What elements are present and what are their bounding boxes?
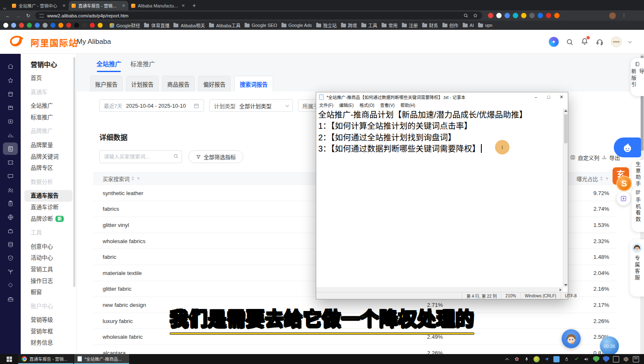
chat-widget-avatar[interactable]	[562, 329, 581, 348]
maximize-button[interactable]: □	[542, 92, 555, 101]
bookmark-item[interactable]: 创作	[442, 22, 459, 29]
bookmark-item[interactable]: Google SEO	[245, 23, 277, 28]
rail-clipboard-icon[interactable]	[0, 198, 21, 209]
promo-tab[interactable]: 标准推广	[130, 59, 155, 72]
bookmark-item[interactable]: 独立站	[316, 22, 337, 29]
input-search-icon[interactable]	[173, 153, 179, 159]
notifications-bell-icon[interactable]	[581, 37, 589, 47]
bookmark-favicon-icon[interactable]	[82, 23, 87, 28]
account-chevron-icon[interactable]	[628, 39, 632, 43]
browser-tab[interactable]: 全站推广 - 营销中心✕	[9, 1, 69, 10]
tray-defender-icon[interactable]	[593, 356, 599, 362]
bookmark-favicon-icon[interactable]	[11, 23, 16, 28]
bookmark-item[interactable]: Google Ads	[281, 23, 312, 28]
rail-sparkle-icon[interactable]	[0, 279, 21, 291]
rail-briefcase-icon[interactable]	[0, 293, 21, 305]
notepad-menu-item[interactable]: 文件(F)	[316, 102, 336, 108]
profile-avatar[interactable]	[609, 12, 616, 19]
rail-store-icon[interactable]	[0, 88, 21, 100]
rail-contac ts-icon[interactable]	[0, 184, 21, 196]
bookmark-item[interactable]: 工具	[361, 22, 377, 29]
notepad-titlebar[interactable]: *全站推广-推商品【如何通过数据判断哪些关键词需要降权】.txt - 记事本 –…	[316, 92, 568, 101]
bookmark-favicon-icon[interactable]	[19, 23, 24, 28]
sidebar-item[interactable]: 创意中心	[21, 241, 76, 253]
bookmark-star-icon[interactable]	[473, 13, 478, 18]
notepad-window[interactable]: *全站推广-推商品【如何通过数据判断哪些关键词需要降权】.txt - 记事本 –…	[316, 92, 568, 299]
new-tab-button[interactable]: +	[192, 2, 196, 9]
url-text[interactable]: www2.alibaba.com/ads/p4p/report.htm	[47, 13, 460, 18]
bookmark-item[interactable]: 注册	[402, 22, 418, 29]
address-bar[interactable]: www2.alibaba.com/ads/p4p/report.htm	[35, 12, 482, 19]
sidebar-item[interactable]: 直通车报告	[24, 190, 72, 202]
support-headset-icon[interactable]	[596, 38, 604, 46]
alibaba-logo[interactable]: 阿里国际站	[7, 35, 78, 50]
reload-icon[interactable]: ↻	[26, 13, 30, 19]
plan-type-select[interactable]: 计划类型 全部计划类型	[209, 99, 293, 112]
notepad-vertical-scrollbar[interactable]	[563, 108, 568, 287]
site-info-icon[interactable]	[39, 14, 44, 17]
sidebar-item[interactable]: 活动中心	[21, 252, 76, 264]
mobile-data-pill[interactable]: 手机看数	[632, 186, 644, 232]
tray-app2-icon[interactable]	[543, 356, 550, 362]
sort-icons[interactable]	[600, 176, 603, 181]
report-tab[interactable]: 账户报告	[90, 76, 123, 92]
tray-shield-icon[interactable]	[603, 356, 609, 362]
sidebar-item[interactable]: 操作日志	[21, 275, 76, 287]
tab-close-icon[interactable]: ✕	[62, 3, 66, 8]
extension-icon[interactable]	[488, 13, 493, 18]
tray-expand-icon[interactable]	[504, 356, 510, 362]
skype-icon[interactable]: S	[616, 176, 632, 191]
notepad-menu-item[interactable]: 查看(V)	[377, 102, 398, 108]
report-tab[interactable]: 搜索词报告	[234, 76, 273, 92]
extension-icon[interactable]	[554, 13, 560, 18]
rail-ticket-icon[interactable]	[0, 157, 21, 168]
promo-tab[interactable]: 全站推广	[96, 59, 121, 72]
tray-app3-icon[interactable]	[573, 356, 579, 362]
extension-icon[interactable]	[513, 13, 518, 18]
close-button[interactable]: ✕	[555, 92, 568, 101]
bookmark-item[interactable]: Google财经	[110, 22, 140, 29]
rail-plant-icon[interactable]	[0, 266, 21, 277]
notepad-menu-item[interactable]: 格式(O)	[356, 102, 377, 108]
report-tab[interactable]: 商品报告	[162, 76, 195, 92]
tray-battery-icon[interactable]	[553, 356, 560, 362]
sidebar-item[interactable]: 品牌关键词	[21, 151, 76, 163]
new-version-guide-pill[interactable]: 新版引导	[631, 58, 644, 96]
sidebar-item[interactable]: 全站推广	[21, 100, 76, 112]
bookmark-item[interactable]: 体育直播	[144, 22, 169, 29]
taskbar-chrome-task[interactable]: 直通车报告 - 营销...	[18, 354, 73, 364]
browser-tab[interactable]: 直通车报告 - 营销中心✕	[69, 1, 128, 10]
report-tab[interactable]: 计划报告	[126, 76, 159, 92]
sidebar-scrollbar[interactable]	[73, 57, 75, 287]
browser-tab[interactable]: Alibaba Manufacturer Direct✕	[128, 1, 188, 10]
rail-database-icon[interactable]	[0, 239, 21, 250]
keyword-search-input[interactable]	[99, 150, 182, 163]
tray-flower-icon[interactable]: ✿	[514, 356, 520, 362]
bookmark-favicon-icon[interactable]	[35, 23, 40, 28]
metric-filter-button[interactable]: 全部筛选指标	[188, 150, 243, 163]
omnibox-search-icon[interactable]	[463, 13, 469, 18]
sidebar-item[interactable]: 营销等级	[21, 314, 76, 326]
sidebar-item[interactable]: 橱窗	[21, 287, 76, 298]
notepad-text[interactable]: 全站推广-推商品计划【新品加速/潜力品成长/优爆品助推】1：【如何计算全站推计划…	[316, 108, 563, 287]
rail-video-icon[interactable]	[0, 116, 21, 127]
bookmark-item[interactable]: 常用	[382, 22, 398, 29]
back-icon[interactable]: ←	[5, 13, 10, 19]
business-assistant-mascot[interactable]	[614, 137, 641, 157]
sidebar-item[interactable]: 品牌聚量	[21, 140, 76, 151]
sidebar-item[interactable]: 营销工具	[21, 264, 76, 275]
tray-app1-icon[interactable]	[533, 356, 540, 362]
sort-icons[interactable]	[132, 176, 134, 181]
rail-chat-icon[interactable]	[0, 170, 21, 182]
sidebar-item[interactable]: 首页	[21, 72, 76, 84]
rail-star-icon[interactable]	[0, 75, 21, 86]
tray-volume-icon[interactable]	[583, 356, 589, 362]
notepad-menu-item[interactable]: 帮助(H)	[398, 102, 418, 108]
extension-icon[interactable]	[546, 13, 551, 18]
notepad-menu-item[interactable]: 编辑(E)	[336, 102, 356, 108]
report-tab[interactable]: 偏好报告	[198, 76, 231, 92]
tray-display-icon[interactable]	[613, 356, 619, 362]
user-avatar[interactable]: WINIW	[611, 36, 622, 47]
lightning-tool-icon[interactable]	[617, 192, 630, 205]
extension-icon[interactable]	[505, 13, 510, 18]
